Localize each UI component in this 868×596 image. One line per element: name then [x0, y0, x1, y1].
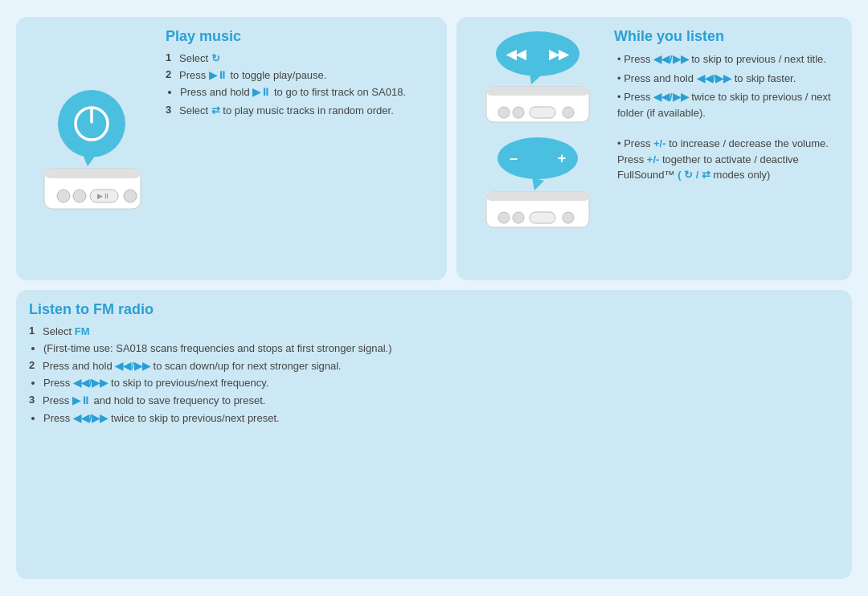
fm-step1: 1 Select FM [29, 325, 839, 339]
fm-sub1-item1: (First-time use: SA018 scans frequencies… [43, 341, 839, 356]
fm-radio-title: Listen to FM radio [29, 301, 839, 318]
play-music-step2: 2 Press ▶⏸ to toggle play/pause. [166, 68, 434, 83]
fm-step2: 2 Press and hold ◀◀/▶▶ to scan down/up f… [29, 359, 839, 374]
fm-sub1: (First-time use: SA018 scans frequencies… [29, 341, 839, 356]
while-listen-bullet2: Press and hold ◀◀/▶▶ to skip faster. [614, 71, 839, 87]
svg-point-27 [498, 212, 510, 223]
svg-point-30 [563, 212, 574, 223]
play-music-substeps: Press and hold ▶⏸ to go to first track o… [166, 85, 434, 100]
while-listen-bullet4: Press +/- to increase / decrease the vol… [614, 136, 839, 183]
while-listen-title: While you listen [614, 28, 839, 45]
play-music-title: Play music [166, 28, 434, 45]
fm-sub2: Press ◀◀/▶▶ to skip to previous/next fre… [29, 376, 839, 390]
svg-point-6 [57, 190, 70, 202]
while-listen-images: ◀◀ ▶▶ – [469, 28, 606, 269]
svg-rect-16 [486, 87, 589, 96]
svg-point-20 [563, 107, 574, 118]
svg-point-18 [513, 107, 524, 118]
svg-point-7 [73, 190, 86, 202]
play-music-step3: 3 Select ⇄ to play music tracks in rando… [166, 104, 434, 118]
main-container: ▶⏸ Play music 1 Select ↻ 2 Press ▶⏸ to t… [16, 17, 852, 579]
fm-sub2-item1: Press ◀◀/▶▶ to skip to previous/next fre… [43, 376, 839, 390]
svg-text:+: + [557, 150, 566, 166]
while-listen-content: While you listen Press ◀◀/▶▶ to skip to … [614, 28, 839, 269]
svg-rect-5 [44, 169, 141, 178]
svg-rect-26 [486, 192, 589, 201]
fm-sub3-item1: Press ◀◀/▶▶ twice to skip to previous/ne… [43, 411, 839, 426]
fm-step3: 3 Press ▶⏸ and hold to save frequency to… [29, 394, 839, 408]
svg-point-28 [513, 212, 524, 223]
bottom-row: Listen to FM radio 1 Select FM (First-ti… [16, 290, 852, 579]
while-listen-card: ◀◀ ▶▶ – [457, 17, 852, 280]
svg-rect-19 [530, 107, 555, 118]
play-music-step1: 1 Select ↻ [166, 51, 434, 66]
svg-text:▶⏸: ▶⏸ [97, 192, 110, 200]
svg-marker-24 [532, 178, 544, 190]
svg-point-0 [58, 90, 125, 157]
svg-point-17 [498, 107, 510, 118]
svg-rect-29 [530, 212, 555, 223]
play-music-content: Play music 1 Select ↻ 2 Press ▶⏸ to togg… [166, 28, 434, 269]
while-listen-bullet1: Press ◀◀/▶▶ to skip to previous / next t… [614, 51, 839, 67]
svg-text:▶▶: ▶▶ [549, 47, 570, 61]
play-music-substep1: Press and hold ▶⏸ to go to first track o… [180, 85, 434, 100]
while-listen-bullet3: Press ◀◀/▶▶ twice to skip to previous / … [614, 89, 839, 120]
play-music-image: ▶⏸ [27, 28, 156, 269]
svg-point-10 [124, 190, 137, 202]
fm-radio-card: Listen to FM radio 1 Select FM (First-ti… [16, 290, 852, 579]
play-music-card: ▶⏸ Play music 1 Select ↻ 2 Press ▶⏸ to t… [16, 17, 447, 280]
svg-text:–: – [509, 150, 517, 166]
fm-sub3: Press ◀◀/▶▶ twice to skip to previous/ne… [29, 411, 839, 426]
top-row: ▶⏸ Play music 1 Select ↻ 2 Press ▶⏸ to t… [16, 17, 852, 280]
svg-text:◀◀: ◀◀ [506, 47, 526, 61]
